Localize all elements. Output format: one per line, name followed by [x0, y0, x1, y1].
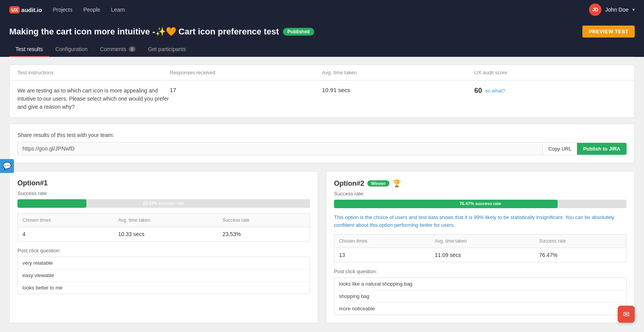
option1-post-click-label: Post click question:	[17, 248, 310, 253]
option1-progress-container: 23.53% success rate	[17, 199, 310, 208]
nav-projects[interactable]: Projects	[53, 7, 72, 13]
options-grid: Option#1 Success rate: 23.53% success ra…	[9, 171, 635, 323]
published-badge: Published	[283, 28, 314, 36]
option2-post-click-items: looks like a natural shopping bag shoppi…	[334, 277, 627, 315]
share-card: Share results of this test with your tea…	[9, 124, 635, 163]
sidebar-chat-button[interactable]: 💬	[0, 159, 14, 173]
fab-chat-button[interactable]: ✉	[618, 306, 635, 323]
stats-body: We are testing as to which cart icon is …	[10, 80, 634, 117]
tab-get-participants[interactable]: Get participants	[142, 42, 192, 57]
list-item: looks better to me	[18, 282, 310, 294]
list-item: very relatable	[18, 257, 310, 269]
stats-header: Test instructions Responses received Avg…	[10, 65, 634, 80]
option1-progress-label: 23.53% success rate	[143, 201, 184, 205]
share-url-input[interactable]	[17, 142, 542, 155]
tab-comments[interactable]: Comments 0	[94, 42, 142, 57]
score-value: 60	[474, 87, 482, 95]
chat-icon: 💬	[3, 162, 11, 170]
option1-avg-time: 10.33 secs	[114, 227, 218, 241]
user-name[interactable]: John Doe	[605, 7, 629, 13]
message-icon: ✉	[623, 310, 630, 319]
option1-th-success: Success rate	[218, 214, 310, 227]
option2-stat-note: This option is the choice of users and t…	[334, 214, 627, 229]
option1-progress-bar	[17, 199, 86, 208]
option1-th-avg: Avg. time taken	[114, 214, 218, 227]
option2-table-row: 13 11.09 secs 76.47%	[334, 248, 627, 262]
logo[interactable]: UX audit.io	[9, 6, 42, 14]
responses-value: 17	[170, 87, 322, 93]
preview-test-button[interactable]: PREVIEW TEST	[582, 26, 635, 38]
logo-text: audit.io	[21, 7, 42, 13]
option2-table: Chosen times Avg. time taken Success rat…	[334, 234, 627, 262]
nav-left: UX audit.io Projects People Learn	[9, 6, 125, 14]
share-row: Copy URL Publish to JIRA	[17, 142, 627, 155]
comments-badge: 0	[129, 46, 136, 52]
publish-jira-button[interactable]: Publish to JIRA	[577, 143, 627, 155]
nav-right: JD John Doe ▾	[589, 3, 635, 16]
header-instructions: Test instructions	[17, 70, 170, 75]
logo-badge: UX	[9, 6, 20, 14]
top-nav: UX audit.io Projects People Learn JD Joh…	[0, 0, 644, 19]
option1-success-rate: 23.53%	[218, 227, 310, 241]
option1-table-row: 4 10.33 secs 23.53%	[18, 227, 310, 241]
header-avg-time: Avg. time taken	[322, 70, 474, 75]
test-instructions-text: We are testing as to which cart icon is …	[17, 87, 170, 111]
list-item: shopping bag	[334, 290, 626, 303]
option2-progress-bar	[334, 200, 558, 208]
option1-th-chosen: Chosen times	[18, 214, 114, 227]
winner-badge: Winner	[367, 180, 389, 187]
trophy-icon: 🏆	[393, 179, 401, 188]
list-item: easy viewable	[18, 269, 310, 282]
option2-success-label: Success rate:	[334, 191, 627, 197]
option2-th-avg: Avg. time taken	[430, 234, 534, 248]
avg-time-value: 10.91 secs	[322, 87, 474, 93]
main-content: Test instructions Responses received Avg…	[0, 57, 644, 331]
option1-post-click-items: very relatable easy viewable looks bette…	[17, 257, 310, 294]
header-score: UX audit score	[474, 70, 627, 75]
list-item: looks like a natural shopping bag	[334, 278, 626, 290]
option2-th-success: Success rate	[534, 234, 626, 248]
option2-progress-container: 76.47% success rate	[334, 200, 627, 208]
option1-table: Chosen times Avg. time taken Success rat…	[17, 213, 310, 241]
tab-test-results[interactable]: Test results	[9, 42, 49, 57]
tab-configuration[interactable]: Configuration	[49, 42, 94, 57]
score-row: 60 so what?	[474, 87, 627, 95]
option2-chosen-times: 13	[334, 248, 430, 262]
option2-progress-label: 76.47% success rate	[460, 201, 501, 206]
header-responses: Responses received	[170, 70, 322, 75]
stats-card: Test instructions Responses received Avg…	[9, 65, 635, 118]
option1-card: Option#1 Success rate: 23.53% success ra…	[9, 171, 318, 323]
share-label: Share results of this test with your tea…	[17, 132, 627, 138]
option2-card: Option#2 Winner 🏆 Success rate: 76.47% s…	[326, 171, 635, 323]
option2-table-header-row: Chosen times Avg. time taken Success rat…	[334, 234, 627, 248]
nav-people[interactable]: People	[83, 7, 100, 13]
page-title-row: Making the cart icon more intuitive -✨🧡 …	[9, 26, 635, 38]
option2-post-click-label: Post click question:	[334, 269, 627, 274]
option2-title: Option#2 Winner 🏆	[334, 179, 627, 188]
option1-success-label: Success rate:	[17, 190, 310, 196]
option1-title: Option#1	[17, 179, 310, 187]
so-what-link[interactable]: so what?	[485, 88, 505, 94]
option2-success-rate: 76.47%	[534, 248, 626, 262]
avatar: JD	[589, 3, 601, 16]
page-title-container: Making the cart icon more intuitive -✨🧡 …	[9, 27, 314, 37]
tabs: Test results Configuration Comments 0 Ge…	[9, 42, 635, 57]
list-item: more noticeable	[334, 303, 626, 315]
option2-avg-time: 11.09 secs	[430, 248, 534, 262]
chevron-down-icon: ▾	[632, 7, 635, 12]
copy-url-button[interactable]: Copy URL	[542, 142, 577, 155]
option1-table-header-row: Chosen times Avg. time taken Success rat…	[18, 214, 310, 227]
nav-learn[interactable]: Learn	[111, 7, 125, 13]
option2-th-chosen: Chosen times	[334, 234, 430, 248]
page-title: Making the cart icon more intuitive -✨🧡 …	[9, 27, 279, 37]
page-header: Making the cart icon more intuitive -✨🧡 …	[0, 19, 644, 57]
option1-chosen-times: 4	[18, 227, 114, 241]
